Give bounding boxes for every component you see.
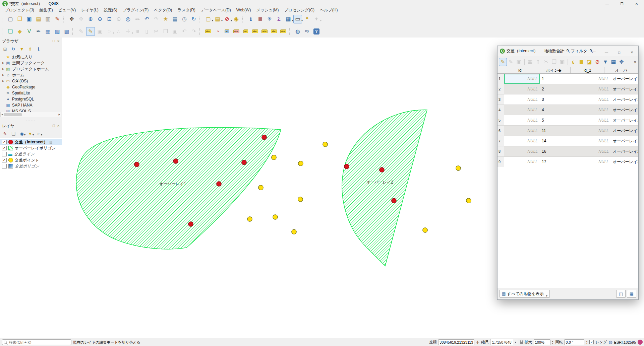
pan-map-icon[interactable]: ✥ (67, 15, 76, 23)
table-row[interactable]: 9NULL17NULLオーバーレイ2 (497, 157, 638, 167)
add-hana-layer-icon[interactable]: ▦ (44, 27, 52, 36)
cell-id[interactable]: NULL (504, 94, 540, 105)
labeling-off-icon[interactable]: abc (232, 27, 241, 36)
menubar-item[interactable]: Web(W) (234, 8, 254, 12)
attribute-window-titlebar[interactable]: Q 交差（intersect） — 地物数合計: 9, フィルタ: 9,... … (497, 46, 638, 56)
zoom-to-layer-icon[interactable]: ◎ (124, 15, 132, 23)
table-row[interactable]: 3NULL3NULLオーバーレイ1 (497, 94, 638, 105)
save-project-icon[interactable]: ▣ (25, 15, 34, 23)
cell-overlay[interactable]: オーバーレイ1 (611, 74, 638, 84)
feature-filter-button[interactable]: ▦ すべての地物を表示 ▾ (500, 290, 550, 298)
add-geopackage-layer-icon[interactable]: ◆ (15, 27, 24, 36)
browser-properties-icon[interactable]: ℹ (35, 46, 42, 52)
refresh-browser-icon[interactable]: ↻ (10, 46, 17, 52)
toggle-editing-icon[interactable]: ✎ (86, 27, 95, 36)
cell-point[interactable]: 5 (540, 115, 575, 125)
render-checkbox[interactable]: ✓ (589, 340, 594, 344)
cell-overlay[interactable]: オーバーレイ2 (611, 157, 638, 167)
browser-close-icon[interactable]: ✕ (57, 40, 60, 43)
browser-hscrollbar[interactable]: ◀ ▶ (0, 112, 61, 117)
filter-by-expression-icon[interactable]: ε▾ (35, 130, 42, 137)
browser-item[interactable]: ▦SAP HANA (0, 102, 62, 108)
pin-labels-icon[interactable]: ab (241, 27, 250, 36)
panel-splitter[interactable]: ······ (0, 119, 62, 122)
messages-icon[interactable]: ··· (638, 340, 643, 345)
column-header[interactable]: id (503, 67, 537, 73)
scroll-left-icon[interactable]: ◀ (1, 113, 3, 116)
style-manager-icon[interactable]: ✎ (53, 15, 62, 23)
layers-float-icon[interactable]: ❐ (52, 124, 55, 128)
table-row[interactable]: 7NULL14NULLオーバーレイ2 (497, 136, 638, 146)
menubar-item[interactable]: プロジェクト(J) (2, 7, 37, 13)
layer-labeling-icon[interactable]: abc (204, 27, 213, 36)
cell-id[interactable]: NULL (504, 115, 540, 125)
menubar-item[interactable]: 編集(E) (37, 7, 56, 13)
row-number[interactable]: 1 (497, 74, 504, 84)
layer-item[interactable]: ✓オーバーレイポリゴン (0, 145, 62, 151)
cell-id[interactable]: NULL (504, 157, 540, 167)
toolbar-handle[interactable] (199, 28, 202, 35)
add-spatialite-layer-icon[interactable]: ✒ (34, 27, 43, 36)
magnifier-spinner[interactable]: ▲▼ (552, 340, 554, 344)
metasearch-icon[interactable]: ◍ (293, 27, 302, 36)
magnifier-input[interactable] (534, 339, 550, 345)
toolbar-handle[interactable] (63, 16, 66, 22)
table-view-button[interactable]: ▦ (627, 290, 636, 298)
rotation-spinner[interactable]: ▲▼ (586, 340, 588, 344)
toolbar-handle[interactable] (2, 28, 5, 35)
open-layer-styling-icon[interactable]: ✎ (1, 130, 9, 137)
browser-item[interactable]: ★お気に入り (0, 54, 62, 60)
temporal-controller-icon[interactable]: ◷ (180, 15, 189, 23)
menubar-item[interactable]: データベース(D) (198, 7, 234, 13)
coordinate-input[interactable] (438, 339, 474, 345)
table-row[interactable]: 5NULL5NULLオーバーレイ1 (497, 115, 638, 126)
cell-point[interactable]: 17 (540, 157, 575, 167)
toolbar-handle[interactable] (72, 28, 75, 35)
new-project-icon[interactable]: ▢ (6, 15, 15, 23)
toolbar-overflow-icon[interactable]: » (634, 60, 636, 64)
new-bookmark-icon[interactable]: ★ (161, 15, 170, 23)
manage-map-themes-icon[interactable]: ◉▾ (18, 130, 25, 137)
attr-move-selection-top-icon[interactable]: ▦ (609, 58, 618, 66)
cell-point[interactable]: 1 (540, 74, 575, 84)
add-group-icon[interactable]: ❏ (10, 130, 17, 137)
browser-item[interactable]: ▶▤空間ブックマーク (0, 60, 62, 66)
toolbar-handle[interactable] (2, 16, 5, 22)
crs-globe-icon[interactable]: ◍ (608, 340, 612, 345)
scale-dropdown-icon[interactable]: ▼ (513, 339, 518, 345)
rotate-label-icon[interactable]: abc (279, 27, 288, 36)
layer-checkbox[interactable]: ✓ (2, 140, 7, 144)
row-number[interactable]: 4 (497, 105, 504, 115)
cell-id2[interactable]: NULL (575, 157, 611, 167)
change-label-icon[interactable]: abc (270, 27, 278, 36)
layer-checkbox[interactable]: ✓ (2, 158, 7, 162)
cell-id2[interactable]: NULL (575, 74, 611, 84)
cell-id2[interactable]: NULL (575, 84, 611, 94)
menubar-item[interactable]: ビュー(V) (56, 7, 79, 13)
add-delimited-text-layer-icon[interactable]: V (25, 27, 34, 36)
browser-item[interactable]: ✒SpatiaLite (0, 90, 62, 96)
cell-overlay[interactable]: オーバーレイ1 (611, 94, 638, 105)
row-number[interactable]: 3 (497, 94, 504, 105)
cell-overlay[interactable]: オーバーレイ2 (611, 146, 638, 156)
attr-select-by-expression-icon[interactable]: ε (569, 58, 577, 66)
browser-item[interactable]: ◆GeoPackage (0, 84, 62, 90)
attr-deselect-all-icon[interactable]: ⊘ (593, 58, 601, 66)
attr-maximize-button[interactable]: □ (613, 47, 626, 57)
mouse-position-toggle-icon[interactable]: ✛ (476, 340, 479, 345)
expander-icon[interactable]: ▶ (1, 62, 5, 64)
cell-overlay[interactable]: オーバーレイ1 (611, 115, 638, 125)
cell-overlay[interactable]: オーバーレイ2 (611, 136, 638, 146)
add-wms-layer-icon[interactable]: ▩ (62, 27, 71, 36)
layers-close-icon[interactable]: ✕ (57, 124, 60, 128)
layer-checkbox[interactable] (2, 152, 7, 156)
layer-checkbox[interactable]: ✓ (2, 146, 7, 150)
row-number[interactable]: 7 (497, 136, 504, 146)
table-row[interactable]: 8NULL16NULLオーバーレイ2 (497, 146, 638, 157)
statistics-icon[interactable]: ≣ (256, 15, 265, 23)
cell-id[interactable]: NULL (504, 74, 540, 84)
zoom-out-icon[interactable]: ⊖ (96, 15, 104, 23)
show-hide-labels-icon[interactable]: abc (251, 27, 259, 36)
expander-icon[interactable]: ▶ (1, 80, 5, 82)
zoom-full-icon[interactable]: ⊡ (105, 15, 114, 23)
